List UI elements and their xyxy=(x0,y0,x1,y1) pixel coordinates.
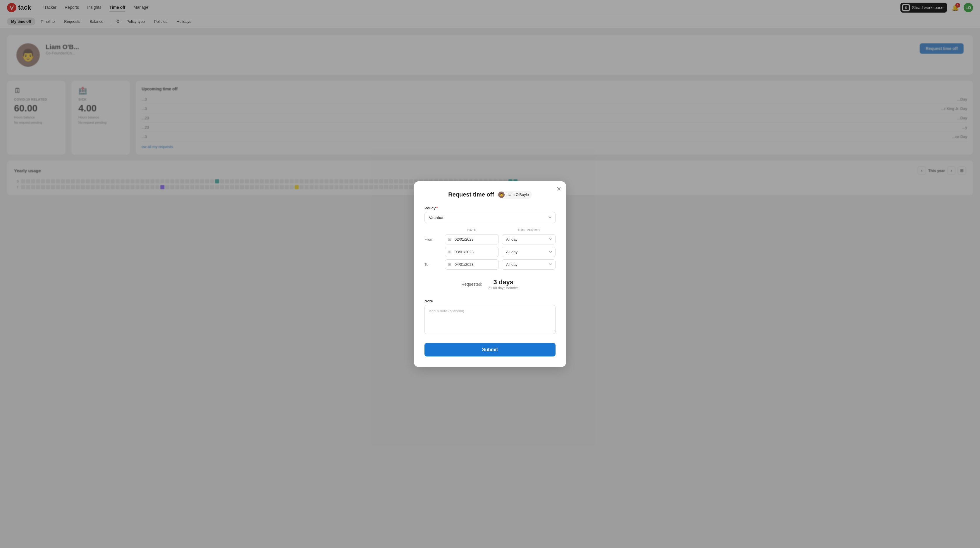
policy-select[interactable]: Vacation Sick COVID-19 Related xyxy=(425,212,555,223)
modal-title: Request time off xyxy=(448,191,494,198)
modal-close-button[interactable]: ✕ xyxy=(557,186,562,192)
calendar-mid-icon: ⊞ xyxy=(448,249,451,254)
note-form-group: Note xyxy=(425,299,555,335)
from-label: From xyxy=(425,237,442,241)
modal-user-name: Liam O'Boyle xyxy=(506,192,529,197)
requested-label: Requested: xyxy=(461,282,482,287)
date-to-input-wrapper: ⊞ xyxy=(445,259,499,270)
date-row-to: To ⊞ All day Morning Afternoon Custom xyxy=(425,259,555,270)
date-from-input-wrapper: ⊞ xyxy=(445,234,499,245)
policy-required-star: * xyxy=(436,206,438,210)
requested-days: 3 days xyxy=(488,278,519,286)
to-label: To xyxy=(425,262,442,267)
calendar-from-icon: ⊞ xyxy=(448,237,451,241)
note-textarea[interactable] xyxy=(425,305,555,334)
time-to-select[interactable]: All day Morning Afternoon Custom xyxy=(502,259,555,270)
modal-user-badge: 👨 Liam O'Boyle xyxy=(497,191,532,199)
date-row-mid: ⊞ All day Morning Afternoon Custom xyxy=(425,247,555,257)
modal-overlay[interactable]: ✕ Request time off 👨 Liam O'Boyle Policy… xyxy=(0,0,980,548)
time-col-header: TIME PERIOD xyxy=(502,229,555,232)
modal-header: Request time off 👨 Liam O'Boyle xyxy=(425,191,555,199)
requested-info-row: Requested: 3 days 21.00 days balance xyxy=(425,275,555,294)
requested-value: 3 days 21.00 days balance xyxy=(488,278,519,290)
time-from-select[interactable]: All day Morning Afternoon Custom xyxy=(502,234,555,245)
date-row-from: From ⊞ All day Morning Afternoon Custom xyxy=(425,234,555,245)
requested-balance: 21.00 days balance xyxy=(488,286,519,290)
modal-user-avatar: 👨 xyxy=(498,192,504,198)
request-time-off-modal: ✕ Request time off 👨 Liam O'Boyle Policy… xyxy=(414,181,566,367)
policy-form-group: Policy* Vacation Sick COVID-19 Related xyxy=(425,206,555,223)
date-from-input[interactable] xyxy=(445,234,499,245)
submit-button[interactable]: Submit xyxy=(425,343,555,356)
date-table-header: DATE TIME PERIOD xyxy=(425,229,555,232)
note-label: Note xyxy=(425,299,555,303)
date-col-header: DATE xyxy=(445,229,499,232)
date-section: DATE TIME PERIOD From ⊞ All day Morning … xyxy=(425,229,555,270)
date-to-input[interactable] xyxy=(445,259,499,270)
policy-label: Policy* xyxy=(425,206,555,210)
time-mid-select[interactable]: All day Morning Afternoon Custom xyxy=(502,247,555,257)
date-mid-input[interactable] xyxy=(445,247,499,257)
calendar-to-icon: ⊞ xyxy=(448,262,451,267)
date-mid-input-wrapper: ⊞ xyxy=(445,247,499,257)
